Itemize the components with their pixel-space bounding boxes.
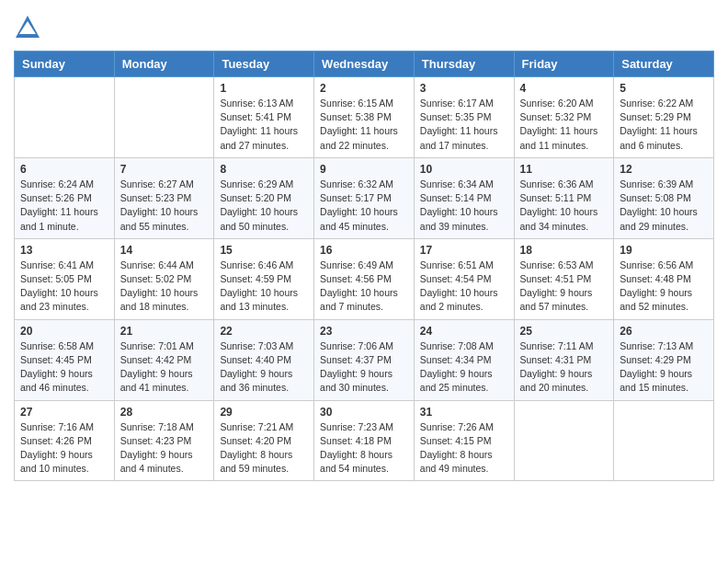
day-number: 25 xyxy=(520,325,609,338)
daylight-text: Daylight: 10 hours and 39 minutes. xyxy=(420,206,498,231)
sunset-text: Sunset: 4:20 PM xyxy=(220,435,291,446)
day-number: 17 xyxy=(420,244,508,257)
daylight-text: Daylight: 10 hours and 45 minutes. xyxy=(320,206,398,231)
day-number: 5 xyxy=(620,82,708,95)
day-number: 30 xyxy=(320,406,408,419)
day-number: 4 xyxy=(520,82,609,95)
calendar-cell: 21 Sunrise: 7:01 AM Sunset: 4:42 PM Dayl… xyxy=(114,319,214,400)
day-info: Sunrise: 6:58 AM Sunset: 4:45 PM Dayligh… xyxy=(20,339,108,396)
calendar-cell: 8 Sunrise: 6:29 AM Sunset: 5:20 PM Dayli… xyxy=(214,157,314,238)
sunset-text: Sunset: 5:14 PM xyxy=(420,192,492,203)
calendar-cell: 28 Sunrise: 7:18 AM Sunset: 4:23 PM Dayl… xyxy=(114,400,214,481)
calendar-week-row: 20 Sunrise: 6:58 AM Sunset: 4:45 PM Dayl… xyxy=(15,319,714,400)
daylight-text: Daylight: 9 hours and 10 minutes. xyxy=(20,449,93,474)
day-number: 11 xyxy=(520,163,609,176)
sunrise-text: Sunrise: 7:23 AM xyxy=(320,421,393,432)
sunset-text: Sunset: 5:26 PM xyxy=(20,192,92,203)
day-number: 24 xyxy=(420,325,508,338)
calendar-table: SundayMondayTuesdayWednesdayThursdayFrid… xyxy=(14,51,714,481)
sunset-text: Sunset: 4:40 PM xyxy=(220,354,291,365)
weekday-header: Thursday xyxy=(414,52,514,77)
day-number: 3 xyxy=(420,82,508,95)
sunrise-text: Sunrise: 6:36 AM xyxy=(520,178,594,190)
day-info: Sunrise: 6:13 AM Sunset: 5:41 PM Dayligh… xyxy=(220,97,308,153)
daylight-text: Daylight: 9 hours and 52 minutes. xyxy=(620,287,692,312)
day-info: Sunrise: 6:20 AM Sunset: 5:32 PM Dayligh… xyxy=(520,97,609,153)
day-number: 27 xyxy=(20,406,108,419)
calendar-cell: 4 Sunrise: 6:20 AM Sunset: 5:32 PM Dayli… xyxy=(514,77,614,158)
daylight-text: Daylight: 10 hours and 13 minutes. xyxy=(220,287,298,312)
day-info: Sunrise: 6:46 AM Sunset: 4:59 PM Dayligh… xyxy=(220,259,308,315)
calendar-cell: 11 Sunrise: 6:36 AM Sunset: 5:11 PM Dayl… xyxy=(514,157,614,238)
calendar-cell: 23 Sunrise: 7:06 AM Sunset: 4:37 PM Dayl… xyxy=(314,319,415,400)
daylight-text: Daylight: 9 hours and 15 minutes. xyxy=(620,368,692,393)
calendar-cell: 3 Sunrise: 6:17 AM Sunset: 5:35 PM Dayli… xyxy=(414,77,514,158)
sunset-text: Sunset: 5:02 PM xyxy=(120,273,192,284)
sunrise-text: Sunrise: 7:13 AM xyxy=(620,340,693,351)
calendar-week-row: 27 Sunrise: 7:16 AM Sunset: 4:26 PM Dayl… xyxy=(15,400,714,481)
day-number: 20 xyxy=(20,325,108,338)
day-info: Sunrise: 6:22 AM Sunset: 5:29 PM Dayligh… xyxy=(620,97,708,153)
calendar-cell: 27 Sunrise: 7:16 AM Sunset: 4:26 PM Dayl… xyxy=(15,400,115,481)
sunset-text: Sunset: 4:23 PM xyxy=(120,435,192,446)
sunset-text: Sunset: 5:35 PM xyxy=(420,111,492,122)
sunrise-text: Sunrise: 6:44 AM xyxy=(120,259,194,270)
day-info: Sunrise: 7:26 AM Sunset: 4:15 PM Dayligh… xyxy=(420,420,508,477)
calendar-cell: 17 Sunrise: 6:51 AM Sunset: 4:54 PM Dayl… xyxy=(414,238,514,319)
sunset-text: Sunset: 4:45 PM xyxy=(20,354,92,365)
weekday-header-row: SundayMondayTuesdayWednesdayThursdayFrid… xyxy=(15,52,714,77)
day-number: 8 xyxy=(220,163,308,176)
calendar-cell: 31 Sunrise: 7:26 AM Sunset: 4:15 PM Dayl… xyxy=(414,400,514,481)
daylight-text: Daylight: 10 hours and 34 minutes. xyxy=(520,206,598,231)
calendar-week-row: 6 Sunrise: 6:24 AM Sunset: 5:26 PM Dayli… xyxy=(15,157,714,238)
sunrise-text: Sunrise: 6:27 AM xyxy=(120,178,194,190)
sunset-text: Sunset: 5:32 PM xyxy=(520,111,592,122)
day-info: Sunrise: 7:06 AM Sunset: 4:37 PM Dayligh… xyxy=(320,339,408,396)
day-info: Sunrise: 6:39 AM Sunset: 5:08 PM Dayligh… xyxy=(620,178,708,234)
sunset-text: Sunset: 4:29 PM xyxy=(620,354,691,365)
sunrise-text: Sunrise: 7:18 AM xyxy=(120,421,194,432)
sunrise-text: Sunrise: 6:29 AM xyxy=(220,178,293,190)
day-info: Sunrise: 6:27 AM Sunset: 5:23 PM Dayligh… xyxy=(120,178,209,234)
calendar-cell: 14 Sunrise: 6:44 AM Sunset: 5:02 PM Dayl… xyxy=(114,238,214,319)
sunset-text: Sunset: 4:42 PM xyxy=(120,354,192,365)
sunrise-text: Sunrise: 6:34 AM xyxy=(420,178,494,190)
sunrise-text: Sunrise: 7:03 AM xyxy=(220,340,293,351)
sunset-text: Sunset: 4:34 PM xyxy=(420,354,492,365)
calendar-cell: 18 Sunrise: 6:53 AM Sunset: 4:51 PM Dayl… xyxy=(514,238,614,319)
weekday-header: Wednesday xyxy=(314,52,415,77)
sunrise-text: Sunrise: 6:41 AM xyxy=(20,259,94,270)
sunset-text: Sunset: 4:54 PM xyxy=(420,273,492,284)
sunrise-text: Sunrise: 7:26 AM xyxy=(420,421,494,432)
daylight-text: Daylight: 10 hours and 7 minutes. xyxy=(320,287,398,312)
calendar-cell xyxy=(514,400,614,481)
daylight-text: Daylight: 9 hours and 4 minutes. xyxy=(120,449,193,474)
daylight-text: Daylight: 11 hours and 17 minutes. xyxy=(420,125,498,150)
day-info: Sunrise: 6:49 AM Sunset: 4:56 PM Dayligh… xyxy=(320,259,408,315)
sunrise-text: Sunrise: 6:49 AM xyxy=(320,259,393,270)
calendar-cell: 25 Sunrise: 7:11 AM Sunset: 4:31 PM Dayl… xyxy=(514,319,614,400)
day-info: Sunrise: 6:44 AM Sunset: 5:02 PM Dayligh… xyxy=(120,259,209,315)
sunset-text: Sunset: 5:17 PM xyxy=(320,192,392,203)
daylight-text: Daylight: 10 hours and 50 minutes. xyxy=(220,206,298,231)
weekday-header: Monday xyxy=(114,52,214,77)
sunset-text: Sunset: 4:51 PM xyxy=(520,273,592,284)
sunset-text: Sunset: 5:38 PM xyxy=(320,111,392,122)
day-info: Sunrise: 6:51 AM Sunset: 4:54 PM Dayligh… xyxy=(420,259,508,315)
calendar-week-row: 1 Sunrise: 6:13 AM Sunset: 5:41 PM Dayli… xyxy=(15,77,714,158)
day-info: Sunrise: 6:53 AM Sunset: 4:51 PM Dayligh… xyxy=(520,259,609,315)
calendar-cell: 2 Sunrise: 6:15 AM Sunset: 5:38 PM Dayli… xyxy=(314,77,415,158)
day-number: 16 xyxy=(320,244,408,257)
daylight-text: Daylight: 10 hours and 2 minutes. xyxy=(420,287,498,312)
calendar-cell: 30 Sunrise: 7:23 AM Sunset: 4:18 PM Dayl… xyxy=(314,400,415,481)
day-info: Sunrise: 7:13 AM Sunset: 4:29 PM Dayligh… xyxy=(620,339,708,396)
calendar-cell xyxy=(114,77,214,158)
daylight-text: Daylight: 9 hours and 20 minutes. xyxy=(520,368,593,393)
sunrise-text: Sunrise: 7:21 AM xyxy=(220,421,293,432)
calendar-cell: 7 Sunrise: 6:27 AM Sunset: 5:23 PM Dayli… xyxy=(114,157,214,238)
sunrise-text: Sunrise: 7:11 AM xyxy=(520,340,594,351)
calendar-cell: 6 Sunrise: 6:24 AM Sunset: 5:26 PM Dayli… xyxy=(15,157,115,238)
day-number: 14 xyxy=(120,244,209,257)
daylight-text: Daylight: 9 hours and 41 minutes. xyxy=(120,368,193,393)
sunrise-text: Sunrise: 6:22 AM xyxy=(620,98,693,109)
